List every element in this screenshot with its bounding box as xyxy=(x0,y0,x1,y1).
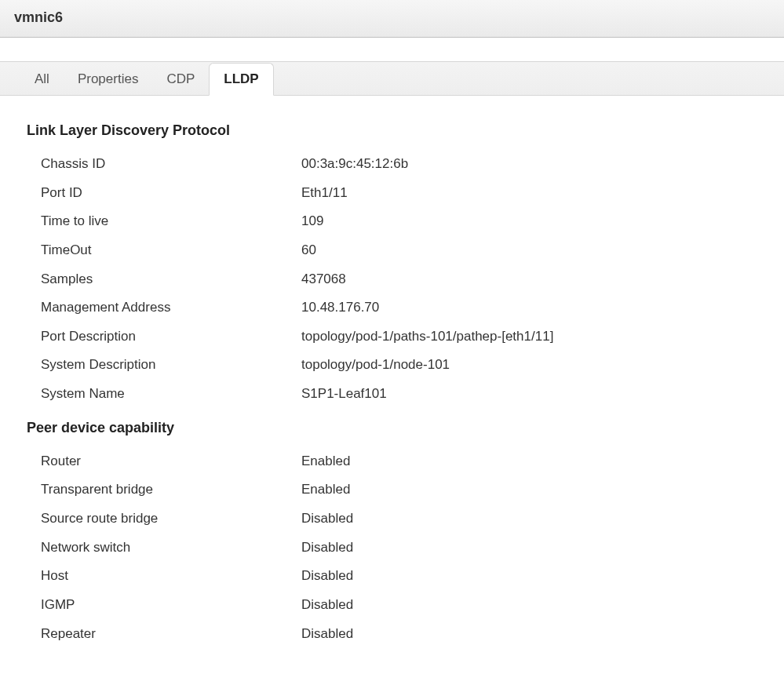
label-timeout: TimeOut xyxy=(27,241,301,261)
value-network-switch: Disabled xyxy=(301,538,757,558)
value-system-name: S1P1-Leaf101 xyxy=(301,384,757,404)
label-samples: Samples xyxy=(27,270,301,290)
row-system-description: System Description topology/pod-1/node-1… xyxy=(27,351,757,380)
label-transparent-bridge: Transparent bridge xyxy=(27,480,301,500)
row-source-route-bridge: Source route bridge Disabled xyxy=(27,505,757,534)
tab-all[interactable]: All xyxy=(20,64,64,95)
lldp-heading: Link Layer Discovery Protocol xyxy=(27,122,757,139)
label-igmp: IGMP xyxy=(27,596,301,615)
label-network-switch: Network switch xyxy=(27,538,301,558)
tabs-container: All Properties CDP LLDP xyxy=(0,38,784,96)
label-port-id: Port ID xyxy=(27,184,301,203)
row-samples: Samples 437068 xyxy=(27,265,757,294)
value-ttl: 109 xyxy=(301,212,757,231)
tab-properties[interactable]: Properties xyxy=(64,64,152,95)
label-chassis-id: Chassis ID xyxy=(27,155,301,174)
label-repeater: Repeater xyxy=(27,625,301,644)
row-port-id: Port ID Eth1/11 xyxy=(27,179,757,208)
row-management-address: Management Address 10.48.176.70 xyxy=(27,293,757,322)
value-transparent-bridge: Enabled xyxy=(301,480,757,500)
tab-lldp[interactable]: LLDP xyxy=(209,63,273,96)
label-source-route-bridge: Source route bridge xyxy=(27,509,301,529)
tab-content: Link Layer Discovery Protocol Chassis ID… xyxy=(0,96,784,672)
label-system-name: System Name xyxy=(27,384,301,404)
tab-cdp[interactable]: CDP xyxy=(152,64,209,95)
label-port-description: Port Description xyxy=(27,327,301,347)
value-samples: 437068 xyxy=(301,270,757,290)
row-chassis-id: Chassis ID 00:3a:9c:45:12:6b xyxy=(27,150,757,179)
row-port-description: Port Description topology/pod-1/paths-10… xyxy=(27,322,757,352)
label-router: Router xyxy=(27,452,301,472)
value-igmp: Disabled xyxy=(301,596,757,615)
tab-bar: All Properties CDP LLDP xyxy=(0,61,784,96)
label-host: Host xyxy=(27,567,301,586)
value-management-address: 10.48.176.70 xyxy=(301,298,757,318)
value-source-route-bridge: Disabled xyxy=(301,509,757,529)
row-system-name: System Name S1P1-Leaf101 xyxy=(27,380,757,409)
value-port-description: topology/pod-1/paths-101/pathep-[eth1/11… xyxy=(301,327,757,347)
window-title: vmnic6 xyxy=(14,9,63,25)
row-transparent-bridge: Transparent bridge Enabled xyxy=(27,475,757,505)
label-management-address: Management Address xyxy=(27,298,301,318)
value-router: Enabled xyxy=(301,452,757,472)
value-timeout: 60 xyxy=(301,241,757,261)
row-ttl: Time to live 109 xyxy=(27,207,757,236)
row-router: Router Enabled xyxy=(27,447,757,476)
row-network-switch: Network switch Disabled xyxy=(27,534,757,563)
row-timeout: TimeOut 60 xyxy=(27,236,757,265)
capability-heading: Peer device capability xyxy=(27,420,757,436)
value-host: Disabled xyxy=(301,567,757,586)
label-ttl: Time to live xyxy=(27,212,301,231)
row-repeater: Repeater Disabled xyxy=(27,620,757,649)
label-system-description: System Description xyxy=(27,355,301,375)
value-port-id: Eth1/11 xyxy=(301,184,757,203)
row-igmp: IGMP Disabled xyxy=(27,591,757,620)
row-host: Host Disabled xyxy=(27,562,757,591)
value-system-description: topology/pod-1/node-101 xyxy=(301,355,757,375)
value-chassis-id: 00:3a:9c:45:12:6b xyxy=(301,155,757,174)
window-header: vmnic6 xyxy=(0,0,784,38)
value-repeater: Disabled xyxy=(301,625,757,644)
